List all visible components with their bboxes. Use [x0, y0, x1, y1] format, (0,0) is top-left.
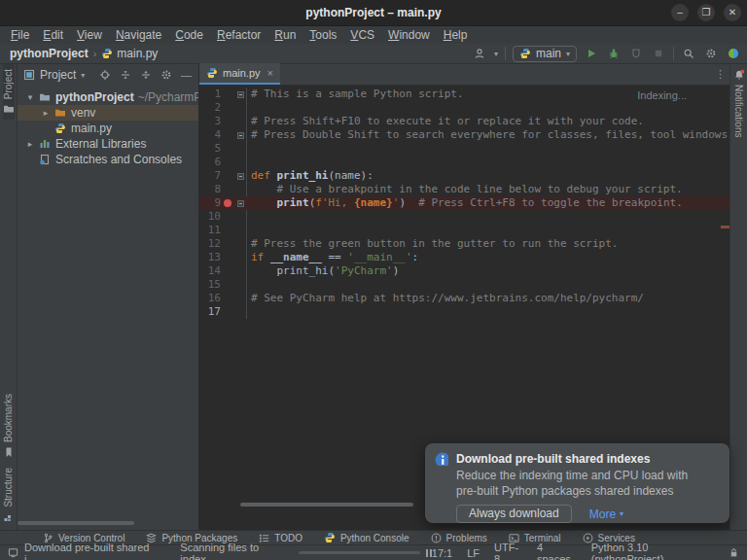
- tree-item-external-libraries[interactable]: ▸External Libraries: [18, 136, 198, 152]
- chevron-right-icon[interactable]: ▸: [23, 139, 37, 149]
- menu-tools[interactable]: Tools: [302, 26, 343, 44]
- tree-item-pythonproject[interactable]: ▾pythonProject ~/PycharmPro: [18, 89, 198, 105]
- always-download-button[interactable]: Always download: [456, 505, 572, 523]
- file-encoding[interactable]: UTF-8: [494, 542, 522, 560]
- breadcrumb-pythonProject[interactable]: pythonProject: [10, 47, 89, 60]
- menu-help[interactable]: Help: [437, 26, 475, 44]
- line-number[interactable]: 16: [199, 292, 221, 305]
- line-number[interactable]: 10: [199, 210, 221, 224]
- menu-run[interactable]: Run: [267, 26, 302, 44]
- menu-navigate[interactable]: Navigate: [109, 26, 168, 44]
- line-number[interactable]: 6: [199, 156, 221, 169]
- line-number[interactable]: 14: [199, 264, 221, 278]
- line-number[interactable]: 9: [199, 196, 221, 210]
- line-number[interactable]: 4: [199, 128, 221, 142]
- lock-icon[interactable]: [729, 547, 739, 558]
- more-dropdown-link[interactable]: More ▾: [589, 508, 623, 521]
- breadcrumb-main.py[interactable]: main.py: [101, 47, 158, 60]
- stop-button[interactable]: [651, 46, 666, 61]
- code-line-8[interactable]: 8 # Use a breakpoint in the code line be…: [199, 183, 729, 196]
- code-line-9[interactable]: 9 print(f'Hi, {name}') # Press Ctrl+F8 t…: [199, 196, 729, 210]
- code-line-3[interactable]: 3# Press Shift+F10 to execute it or repl…: [199, 115, 729, 128]
- event-log-icon[interactable]: [8, 547, 18, 558]
- coverage-button[interactable]: [628, 46, 644, 61]
- chevron-down-icon[interactable]: ▾: [23, 92, 37, 102]
- menu-file[interactable]: File: [4, 26, 36, 44]
- line-number[interactable]: 13: [199, 251, 221, 264]
- code-line-2[interactable]: 2: [199, 101, 729, 115]
- menu-view[interactable]: View: [70, 26, 109, 44]
- search-everywhere-button[interactable]: [681, 46, 696, 61]
- line-number[interactable]: 15: [199, 278, 221, 292]
- user-icon[interactable]: [472, 46, 487, 61]
- line-number[interactable]: 7: [199, 169, 221, 183]
- caret-position[interactable]: 17:1: [432, 547, 452, 559]
- code-line-13[interactable]: 13if __name__ == '__main__':: [199, 251, 729, 264]
- code-line-12[interactable]: 12# Press the green button in the gutter…: [199, 237, 729, 251]
- tool-stripe-notifications[interactable]: Notifications: [733, 64, 745, 142]
- project-view-select[interactable]: Project ▾: [23, 68, 85, 82]
- menu-edit[interactable]: Edit: [36, 26, 70, 44]
- pycharm-balloon-icon[interactable]: [726, 46, 741, 61]
- line-number[interactable]: 17: [199, 305, 221, 319]
- editor-tab-main-py[interactable]: main.py ×: [199, 63, 280, 85]
- fold-marker-icon[interactable]: [237, 91, 244, 98]
- chevron-right-icon[interactable]: ▸: [39, 108, 53, 118]
- menu-window[interactable]: Window: [381, 26, 437, 44]
- hide-icon[interactable]: —: [180, 69, 193, 82]
- line-number[interactable]: 3: [199, 115, 221, 128]
- restore-button[interactable]: ❐: [697, 4, 715, 21]
- tree-item-scratches-and-consoles[interactable]: Scratches and Consoles: [18, 152, 198, 167]
- run-config-select[interactable]: main ▾: [513, 46, 577, 62]
- line-number[interactable]: 11: [199, 224, 221, 237]
- line-separator[interactable]: LF: [467, 547, 480, 559]
- locate-icon[interactable]: [98, 69, 111, 82]
- minimize-button[interactable]: –: [671, 4, 689, 21]
- line-number[interactable]: 1: [199, 88, 221, 101]
- tree-item-main-py[interactable]: main.py: [18, 121, 198, 136]
- collapse-all-icon[interactable]: [119, 69, 131, 82]
- menu-refactor[interactable]: Refactor: [210, 26, 267, 44]
- menu-code[interactable]: Code: [168, 26, 210, 44]
- code-line-15[interactable]: 15: [199, 278, 729, 292]
- tool-stripe-structure[interactable]: Structure: [3, 463, 15, 528]
- status-message[interactable]: Download pre-built shared i...: [24, 542, 157, 560]
- tool-stripe-project-label: Project: [3, 69, 14, 99]
- toolwindow-python-console[interactable]: Python Console: [324, 532, 409, 543]
- python-icon: [53, 122, 68, 134]
- line-number[interactable]: 5: [199, 142, 221, 156]
- code-line-10[interactable]: 10: [199, 210, 729, 224]
- indent-style[interactable]: 4 spaces: [537, 542, 577, 560]
- settings-icon[interactable]: [160, 69, 172, 82]
- code-line-4[interactable]: 4# Press Double Shift to search everywhe…: [199, 128, 729, 142]
- code-line-17[interactable]: 17: [199, 305, 729, 319]
- line-number[interactable]: 12: [199, 237, 221, 251]
- project-panel-hscrollbar[interactable]: [18, 521, 134, 525]
- code-line-5[interactable]: 5: [199, 142, 729, 156]
- fold-marker-icon[interactable]: [237, 132, 244, 139]
- line-number[interactable]: 2: [199, 101, 221, 115]
- tab-options-kebab-icon[interactable]: ⋮: [715, 68, 726, 81]
- tool-stripe-bookmarks[interactable]: Bookmarks: [3, 389, 15, 463]
- tool-stripe-project[interactable]: Project: [3, 64, 15, 120]
- line-number[interactable]: 8: [199, 183, 221, 196]
- close-icon[interactable]: ×: [267, 67, 273, 79]
- tree-item-venv[interactable]: ▸venv: [18, 105, 198, 121]
- menu-vcs[interactable]: VCS: [343, 26, 381, 44]
- debug-button[interactable]: [606, 46, 622, 61]
- code-line-11[interactable]: 11: [199, 224, 729, 237]
- code-line-16[interactable]: 16# See PyCharm help at https://www.jetb…: [199, 292, 729, 305]
- close-button[interactable]: ✕: [724, 4, 741, 21]
- expand-all-icon[interactable]: [139, 69, 152, 82]
- editor-hscrollbar[interactable]: [240, 503, 413, 507]
- settings-button[interactable]: [703, 46, 719, 61]
- fold-marker-icon[interactable]: [237, 200, 244, 207]
- code-line-6[interactable]: 6: [199, 156, 729, 169]
- breakpoint-dot[interactable]: [224, 199, 231, 207]
- run-button[interactable]: [584, 46, 599, 61]
- python-interpreter[interactable]: Python 3.10 (pythonProject): [591, 542, 714, 560]
- project-path: ~/PycharmPro: [138, 90, 199, 104]
- code-line-14[interactable]: 14 print_hi('PyCharm'): [199, 264, 729, 278]
- code-line-7[interactable]: 7def print_hi(name):: [199, 169, 729, 183]
- fold-marker-icon[interactable]: [237, 173, 244, 180]
